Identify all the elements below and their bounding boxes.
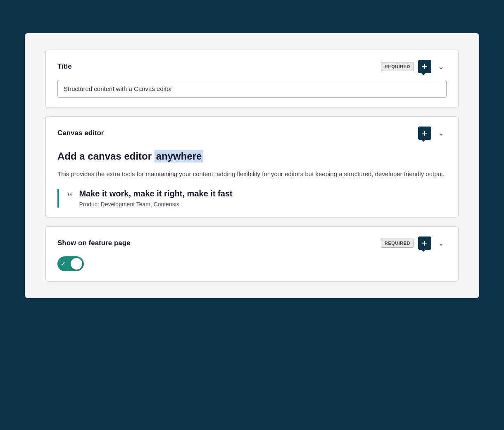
page-container: Title REQUIRED ⌄ Canvas editor: [25, 33, 479, 298]
feature-required-badge: REQUIRED: [381, 239, 414, 248]
feature-card-header: Show on feature page REQUIRED ⌄: [57, 236, 447, 250]
title-required-badge: REQUIRED: [381, 62, 414, 71]
canvas-body-text: This provides the extra tools for mainta…: [57, 169, 447, 179]
feature-comment-button[interactable]: [418, 236, 431, 250]
feature-toggle[interactable]: ✓: [57, 256, 84, 271]
feature-card-actions: REQUIRED ⌄: [381, 236, 447, 250]
feature-collapse-button[interactable]: ⌄: [435, 238, 447, 248]
svg-rect-1: [422, 66, 427, 67]
toggle-wrapper: ✓: [57, 256, 447, 271]
feature-page-card: Show on feature page REQUIRED ⌄ ✓: [45, 226, 459, 282]
blockquote-quote-text: Make it work, make it right, make it fas…: [79, 189, 232, 198]
chevron-down-icon: ⌄: [438, 129, 444, 137]
title-input[interactable]: [57, 80, 447, 98]
title-card-label: Title: [57, 62, 72, 71]
svg-rect-3: [422, 133, 427, 134]
canvas-card-label: Canvas editor: [57, 129, 104, 137]
canvas-content: Add a canvas editor anywhere This provid…: [57, 146, 447, 208]
canvas-heading-highlight: anywhere: [155, 150, 204, 162]
toggle-track: ✓: [57, 256, 84, 271]
title-card: Title REQUIRED ⌄: [45, 50, 459, 108]
plus-icon: [421, 240, 428, 246]
chevron-down-icon: ⌄: [438, 62, 444, 71]
plus-icon: [421, 63, 428, 70]
title-card-header: Title REQUIRED ⌄: [57, 60, 447, 73]
blockquote-attribution: Product Development Team, Contensis: [79, 201, 232, 208]
svg-rect-5: [422, 243, 427, 244]
canvas-card-actions: ⌄: [418, 127, 447, 140]
blockquote: “ Make it work, make it right, make it f…: [57, 189, 447, 208]
title-collapse-button[interactable]: ⌄: [435, 61, 447, 72]
chevron-down-icon: ⌄: [438, 239, 444, 247]
quote-icon: “: [67, 191, 72, 208]
canvas-heading-part1: Add a canvas editor: [57, 150, 155, 162]
title-card-actions: REQUIRED ⌄: [381, 60, 447, 73]
canvas-heading: Add a canvas editor anywhere: [57, 150, 447, 162]
toggle-check-icon: ✓: [61, 260, 66, 267]
plus-icon: [421, 130, 428, 136]
toggle-thumb: [71, 258, 82, 270]
blockquote-text: Make it work, make it right, make it fas…: [79, 189, 232, 208]
title-comment-button[interactable]: [418, 60, 431, 73]
canvas-collapse-button[interactable]: ⌄: [435, 128, 447, 139]
canvas-comment-button[interactable]: [418, 127, 431, 140]
canvas-editor-card: Canvas editor ⌄ Add a canvas editor anyw…: [45, 116, 459, 218]
canvas-card-header: Canvas editor ⌄: [57, 127, 447, 140]
feature-card-label: Show on feature page: [57, 239, 131, 247]
